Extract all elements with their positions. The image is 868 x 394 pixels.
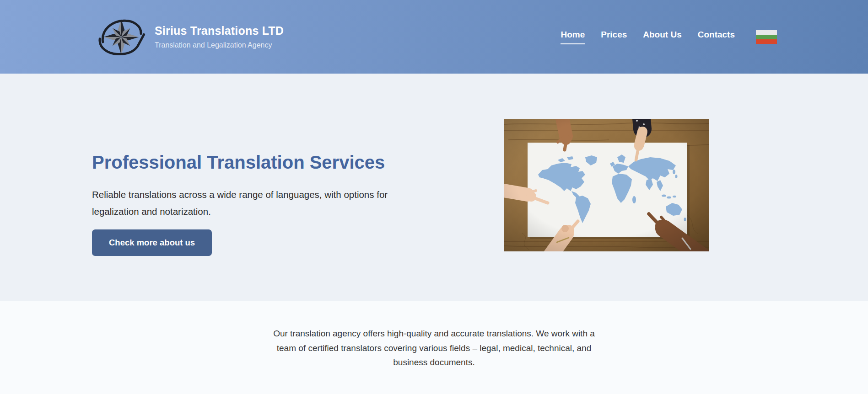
brand-subtitle: Translation and Legalization Agency [155,41,284,49]
hero-section: Professional Translation Services Reliab… [0,74,868,301]
world-map-photo-graphic [504,119,709,251]
nav-item-home[interactable]: Home [561,30,585,44]
about-section: Our translation agency offers high-quali… [0,301,868,394]
brand-title: Sirius Translations LTD [155,24,284,37]
bulgaria-flag-icon[interactable] [756,30,777,44]
nav-item-prices[interactable]: Prices [601,30,627,44]
brand-text: Sirius Translations LTD Translation and … [155,24,284,49]
main-nav: Home Prices About Us Contacts [561,30,735,44]
brand: Sirius Translations LTD Translation and … [96,16,284,59]
about-line-2: team of certified translators covering v… [0,341,868,356]
hero-description-line-1: Reliable translations across a wide rang… [92,186,388,203]
hero-description: Reliable translations across a wide rang… [92,186,388,220]
check-more-button[interactable]: Check more about us [92,229,212,256]
flag-stripe-red [756,39,777,44]
hero-description-line-2: legalization and notarization. [92,203,388,220]
about-line-3: business documents. [0,355,868,370]
world-map-photo [504,119,709,251]
about-line-1: Our translation agency offers high-quali… [0,326,868,341]
nav-item-contacts[interactable]: Contacts [698,30,735,44]
compass-orbit-logo-icon [96,16,146,59]
flag-stripe-white [756,30,777,35]
flag-stripe-green [756,35,777,39]
hero-heading: Professional Translation Services [92,152,385,173]
site-header: Sirius Translations LTD Translation and … [0,0,868,74]
nav-item-about-us[interactable]: About Us [643,30,681,44]
about-text: Our translation agency offers high-quali… [0,301,868,370]
